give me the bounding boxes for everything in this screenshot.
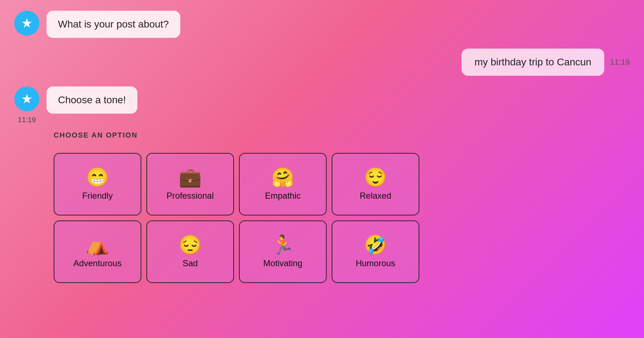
option-label-sad: Sad: [182, 258, 198, 268]
option-label-professional: Professional: [166, 191, 214, 201]
user-message-1: my birthday trip to Cancun 11:19: [14, 49, 630, 76]
option-card-sad[interactable]: 😔Sad: [146, 220, 234, 283]
user-bubble-1: my birthday trip to Cancun: [462, 49, 604, 76]
bot-avatar-1: ★: [14, 11, 39, 36]
choose-an-option-label: CHOOSE AN OPTION: [54, 131, 630, 139]
option-emoji-adventurous: ⛺: [86, 235, 109, 254]
option-label-humorous: Humorous: [356, 258, 395, 268]
option-label-relaxed: Relaxed: [360, 191, 391, 201]
option-emoji-empathic: 🤗: [271, 168, 294, 187]
option-label-friendly: Friendly: [82, 191, 113, 201]
option-card-motivating[interactable]: 🏃Motivating: [239, 220, 327, 283]
option-card-humorous[interactable]: 🤣Humorous: [332, 220, 419, 283]
option-emoji-relaxed: 😌: [364, 168, 387, 187]
option-label-empathic: Empathic: [265, 191, 301, 201]
option-card-empathic[interactable]: 🤗Empathic: [239, 153, 327, 215]
option-emoji-sad: 😔: [179, 235, 202, 254]
user-time-1: 11:19: [610, 58, 630, 67]
option-card-adventurous[interactable]: ⛺Adventurous: [54, 220, 141, 283]
bot-text-2: Choose a tone!: [58, 94, 126, 105]
option-card-relaxed[interactable]: 😌Relaxed: [332, 153, 419, 215]
bot-bubble-1: What is your post about?: [47, 11, 180, 38]
option-label-motivating: Motivating: [263, 258, 302, 268]
star-icon-2: ★: [21, 93, 33, 105]
bot-text-1: What is your post about?: [58, 19, 169, 30]
bot-time-2: 11:19: [18, 116, 36, 124]
bot-message-1: ★ What is your post about?: [14, 11, 630, 38]
option-emoji-friendly: 😁: [86, 168, 109, 187]
bot-message-2: ★ 11:19 Choose a tone!: [14, 86, 630, 124]
option-emoji-motivating: 🏃: [271, 235, 294, 254]
option-label-adventurous: Adventurous: [73, 258, 122, 268]
option-emoji-humorous: 🤣: [364, 235, 387, 254]
options-grid: 😁Friendly💼Professional🤗Empathic😌Relaxed⛺…: [54, 153, 630, 283]
option-emoji-professional: 💼: [179, 168, 202, 187]
bot-bubble-2: Choose a tone!: [47, 86, 137, 114]
option-card-professional[interactable]: 💼Professional: [146, 153, 234, 215]
star-icon: ★: [21, 17, 33, 30]
option-card-friendly[interactable]: 😁Friendly: [54, 153, 141, 215]
bot-avatar-col-2: ★ 11:19: [14, 86, 39, 124]
user-text-1: my birthday trip to Cancun: [474, 56, 591, 68]
bot-avatar-2: ★: [14, 86, 39, 111]
choose-label-text: CHOOSE AN OPTION: [54, 131, 138, 139]
